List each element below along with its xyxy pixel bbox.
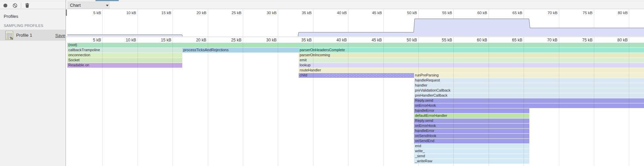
svg-text:%: % (10, 36, 13, 40)
